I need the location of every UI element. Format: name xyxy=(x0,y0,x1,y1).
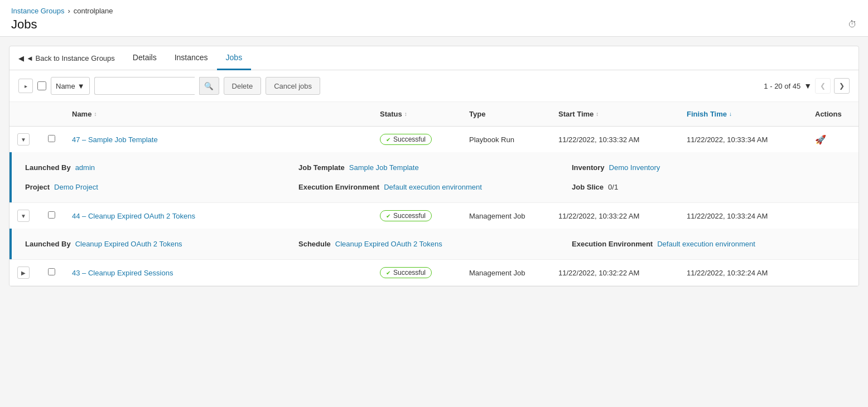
breadcrumb-current: controlplane xyxy=(74,7,113,15)
history-button[interactable]: ⏱ xyxy=(848,20,857,30)
name-sort-icon[interactable]: ↕ xyxy=(94,111,97,117)
row-43-expand[interactable]: ▶ xyxy=(9,263,37,282)
search-button[interactable]: 🔍 xyxy=(199,77,219,95)
col-type: Type xyxy=(462,106,552,122)
row-47-checkbox[interactable] xyxy=(48,135,55,142)
row-44-schedule: Schedule Cleanup Expired OAuth 2 Tokens xyxy=(298,238,572,250)
row-44-expand[interactable]: ▼ xyxy=(9,206,37,225)
expand-all-button[interactable]: ▸ xyxy=(18,79,33,93)
row-43-status-text: Successful xyxy=(393,269,426,277)
toolbar: ▸ Name ▼ 🔍 Delete Cancel jobs 1 - 20 of … xyxy=(9,70,859,102)
table-header: Name ↕ Status ↕ Type Start Time ↕ Finish… xyxy=(9,102,859,127)
row-44-check[interactable] xyxy=(37,208,65,224)
row-47-finish-time: 11/22/2022, 10:33:34 AM xyxy=(680,132,808,147)
row-43-status: ✔ Successful xyxy=(373,264,462,282)
row-47-launched-by-value[interactable]: admin xyxy=(75,163,95,172)
finish-time-sort-icon[interactable]: ↓ xyxy=(729,111,732,117)
row-47-launched-by: Launched By admin xyxy=(25,161,298,174)
row-47-type: Playbook Run xyxy=(462,132,552,147)
row-44-status-text: Successful xyxy=(393,212,426,220)
row-47-actions: 🚀 xyxy=(808,131,859,148)
row-44-schedule-value[interactable]: Cleanup Expired OAuth 2 Tokens xyxy=(335,240,442,248)
tabs-container: ◀ ◄ Back to Instance Groups Details Inst… xyxy=(9,46,859,70)
tab-back-to-instance-groups[interactable]: ◀ ◄ Back to Instance Groups xyxy=(18,47,124,69)
filter-type-dropdown[interactable]: Name ▼ xyxy=(51,77,90,95)
row-47-exec-env-value[interactable]: Default execution environment xyxy=(384,183,482,191)
row-47-action-icon[interactable]: 🚀 xyxy=(815,135,826,144)
row-44-launched-by-value[interactable]: Cleanup Expired OAuth 2 Tokens xyxy=(75,240,182,248)
row-43-type: Management Job xyxy=(462,265,552,280)
row-47-project-value[interactable]: Demo Project xyxy=(54,183,98,191)
col-finish-time: Finish Time ↓ xyxy=(680,106,808,122)
row-47-start-time: 11/22/2022, 10:33:32 AM xyxy=(552,132,680,147)
row-47-exec-env-label: Execution Environment xyxy=(298,183,379,191)
row-47-job-template-label: Job Template xyxy=(298,163,345,172)
delete-button[interactable]: Delete xyxy=(224,77,262,95)
breadcrumb-parent[interactable]: Instance Groups xyxy=(11,7,64,15)
row-44-exec-env-label: Execution Environment xyxy=(572,240,653,248)
row-47-project-label: Project xyxy=(25,183,50,191)
row-44-finish-time: 11/22/2022, 10:33:24 AM xyxy=(680,209,808,224)
table-row: ▼ 44 – Cleanup Expired OAuth 2 Tokens ✔ … xyxy=(9,203,859,260)
row-44-checkbox[interactable] xyxy=(48,211,55,219)
start-time-sort-icon[interactable]: ↕ xyxy=(596,111,599,117)
row-47-inventory-value[interactable]: Demo Inventory xyxy=(609,163,660,172)
row-47-name: 47 – Sample Job Template xyxy=(65,132,373,147)
row-43-check[interactable] xyxy=(37,265,65,280)
row-47-name-link[interactable]: 47 – Sample Job Template xyxy=(72,135,158,144)
select-all-checkbox[interactable] xyxy=(37,81,46,90)
status-sort-icon[interactable]: ↕ xyxy=(404,111,407,117)
col-check xyxy=(37,111,65,118)
search-input[interactable] xyxy=(94,77,195,95)
row-43-expand-button[interactable]: ▶ xyxy=(17,267,30,279)
row-47-inventory: Inventory Demo Inventory xyxy=(572,161,845,174)
row-47-launched-by-label: Launched By xyxy=(25,163,71,172)
row-43-checkbox[interactable] xyxy=(48,268,55,275)
table-row: ▼ 47 – Sample Job Template ✔ Successful … xyxy=(9,127,859,203)
row-47-check[interactable] xyxy=(37,132,65,147)
row-47-inventory-label: Inventory xyxy=(572,163,605,172)
row-43-main: ▶ 43 – Cleanup Expired Sessions ✔ Succes… xyxy=(9,260,859,285)
content-area: ◀ ◄ Back to Instance Groups Details Inst… xyxy=(9,46,859,287)
search-icon: 🔍 xyxy=(204,82,214,90)
row-44-start-time: 11/22/2022, 10:33:22 AM xyxy=(552,209,680,224)
tab-details[interactable]: Details xyxy=(124,46,166,70)
row-44-exec-env: Execution Environment Default execution … xyxy=(572,238,845,250)
row-44-detail-panel: Launched By Cleanup Expired OAuth 2 Toke… xyxy=(9,229,859,259)
row-47-expand[interactable]: ▼ xyxy=(9,130,37,149)
breadcrumb-separator: › xyxy=(67,7,70,15)
row-47-project: Project Demo Project xyxy=(25,181,298,193)
next-page-button[interactable]: ❯ xyxy=(834,78,850,94)
pagination-info: 1 - 20 of 45 xyxy=(764,82,801,90)
row-47-expand-button[interactable]: ▼ xyxy=(17,133,30,146)
row-44-expand-button[interactable]: ▼ xyxy=(17,210,30,222)
col-status: Status ↕ xyxy=(373,106,462,122)
row-47-job-slice: Job Slice 0/1 xyxy=(572,181,845,193)
tab-instances[interactable]: Instances xyxy=(166,46,217,70)
row-47-job-template-value[interactable]: Sample Job Template xyxy=(349,163,419,172)
tab-jobs[interactable]: Jobs xyxy=(217,46,252,70)
tab-back-label: ◄ Back to Instance Groups xyxy=(26,54,115,62)
table-row: ▶ 43 – Cleanup Expired Sessions ✔ Succes… xyxy=(9,260,859,286)
row-43-name: 43 – Cleanup Expired Sessions xyxy=(65,265,373,280)
row-47-job-template: Job Template Sample Job Template xyxy=(298,161,572,174)
row-43-start-time: 11/22/2022, 10:32:22 AM xyxy=(552,265,680,280)
breadcrumb: Instance Groups › controlplane xyxy=(11,7,857,15)
row-43-status-icon: ✔ xyxy=(386,270,390,276)
pagination-dropdown-icon[interactable]: ▼ xyxy=(804,81,812,90)
row-43-finish-time: 11/22/2022, 10:32:24 AM xyxy=(680,265,808,280)
cancel-jobs-button[interactable]: Cancel jobs xyxy=(266,77,320,95)
row-44-launched-by: Launched By Cleanup Expired OAuth 2 Toke… xyxy=(25,238,298,250)
row-44-status: ✔ Successful xyxy=(373,207,462,225)
row-44-name: 44 – Cleanup Expired OAuth 2 Tokens xyxy=(65,209,373,224)
row-44-name-link[interactable]: 44 – Cleanup Expired OAuth 2 Tokens xyxy=(72,212,195,220)
row-44-exec-env-value[interactable]: Default execution environment xyxy=(657,240,755,248)
row-43-name-link[interactable]: 43 – Cleanup Expired Sessions xyxy=(72,269,173,277)
row-47-detail-panel: Launched By admin Job Template Sample Jo… xyxy=(9,152,859,202)
row-47-main: ▼ 47 – Sample Job Template ✔ Successful … xyxy=(9,127,859,152)
row-44-schedule-label: Schedule xyxy=(298,240,331,248)
row-44-status-badge: ✔ Successful xyxy=(380,210,432,221)
row-44-actions xyxy=(808,212,859,219)
prev-page-button[interactable]: ❮ xyxy=(815,78,831,94)
back-arrow-icon: ◀ xyxy=(18,54,24,62)
